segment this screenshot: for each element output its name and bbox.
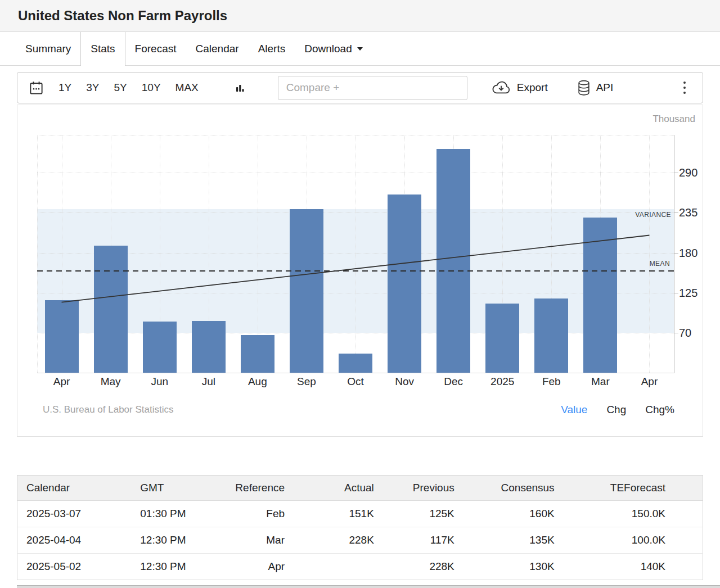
cell-previous: 117K [383, 527, 464, 554]
bar-sep [290, 209, 323, 373]
y-tick-label: 235 [679, 206, 698, 219]
chart-mode-links: ValueChgChg% [561, 404, 674, 416]
table-header-row: CalendarGMTReferenceActualPreviousConsen… [17, 476, 703, 501]
axis-tick [674, 212, 678, 213]
chart-plot-area: VARIANCEMEAN [37, 135, 674, 373]
bar-may [94, 246, 128, 373]
x-label-2025: 2025 [478, 376, 527, 388]
page-title: United States Non Farm Payrolls [18, 8, 227, 24]
mean-label: MEAN [650, 260, 670, 268]
cell-reference: Feb [202, 501, 294, 527]
tab-calendar[interactable]: Calendar [186, 32, 249, 66]
export-button[interactable]: Export [491, 81, 548, 95]
table-row: 2025-05-0212:30 PMApr228K130K140K [17, 554, 703, 580]
x-label-may: May [86, 376, 135, 388]
x-label-sep: Sep [282, 376, 331, 388]
tab-download[interactable]: Download [295, 32, 372, 66]
bar-oct [339, 354, 372, 373]
bar-jun [143, 322, 177, 373]
tab-bar: SummaryStatsForecastCalendarAlertsDownlo… [0, 32, 720, 66]
column-header-consensus: Consensus [464, 476, 564, 501]
page-header: United States Non Farm Payrolls [0, 0, 720, 32]
x-label-oct: Oct [331, 376, 380, 388]
cell-calendar: 2025-04-04 [17, 527, 132, 554]
table-row: 2025-04-0412:30 PMMar228K117K135K100.0K [17, 527, 703, 554]
api-button[interactable]: API [577, 80, 614, 96]
compare-input[interactable] [278, 76, 467, 100]
y-tick-label: 125 [679, 286, 698, 299]
x-label-dec: Dec [429, 376, 478, 388]
axis-tick [674, 293, 678, 293]
cell-actual [294, 554, 383, 580]
cell-actual: 228K [294, 527, 383, 554]
release-calendar-table: CalendarGMTReferenceActualPreviousConsen… [17, 475, 703, 580]
x-label-apr: Apr [625, 376, 674, 388]
tab-summary[interactable]: Summary [16, 32, 80, 66]
x-label-aug: Aug [233, 376, 282, 388]
column-header-reference: Reference [202, 476, 294, 501]
column-header-actual: Actual [294, 476, 383, 501]
x-label-feb: Feb [527, 376, 576, 388]
cell-previous: 125K [383, 501, 464, 527]
chevron-down-icon [357, 47, 363, 51]
bar-apr [45, 300, 79, 373]
database-icon [577, 80, 591, 96]
tab-bar-filler [372, 32, 720, 66]
axis-tick [674, 333, 678, 333]
bar-chart-icon[interactable] [235, 83, 245, 93]
y-tick-label: 290 [679, 166, 698, 179]
column-header-calendar: Calendar [17, 476, 132, 501]
axis-tick [674, 173, 678, 173]
table-row: 2025-03-0701:30 PMFeb151K125K160K150.0K [17, 501, 703, 527]
cell-calendar: 2025-03-07 [17, 501, 132, 527]
cell-teforecast: 150.0K [564, 501, 703, 527]
tab-alerts[interactable]: Alerts [249, 32, 295, 66]
column-header-gmt: GMT [131, 476, 202, 501]
x-label-nov: Nov [380, 376, 429, 388]
cell-teforecast: 100.0K [564, 527, 703, 554]
x-label-jun: Jun [135, 376, 184, 388]
cell-gmt: 12:30 PM [131, 554, 202, 580]
bar-dec [436, 149, 470, 373]
mode-link-value[interactable]: Value [561, 404, 587, 416]
column-header-previous: Previous [383, 476, 464, 501]
range-button-3y[interactable]: 3Y [86, 82, 99, 94]
mode-link-chgpct[interactable]: Chg% [645, 404, 674, 416]
cell-calendar: 2025-05-02 [17, 554, 132, 580]
y-tick-label: 180 [679, 246, 698, 259]
range-button-max[interactable]: MAX [176, 82, 199, 94]
cell-actual: 151K [294, 501, 383, 527]
x-label-mar: Mar [576, 376, 625, 388]
kebab-menu-icon[interactable] [681, 79, 688, 96]
cell-reference: Apr [202, 554, 294, 580]
cell-reference: Mar [202, 527, 294, 554]
y-tick-label: 70 [679, 326, 691, 339]
cell-consensus: 160K [464, 501, 564, 527]
cell-gmt: 12:30 PM [131, 527, 202, 554]
range-button-10y[interactable]: 10Y [142, 82, 161, 94]
tab-forecast[interactable]: Forecast [125, 32, 186, 66]
x-axis-labels: AprMayJunJulAugSepOctNovDec2025FebMarApr [37, 376, 674, 388]
source-attribution: U.S. Bureau of Labor Statistics [43, 404, 173, 415]
tab-bar-left-spacer [0, 32, 16, 66]
bar-aug [241, 335, 274, 373]
tab-stats[interactable]: Stats [80, 32, 125, 66]
cell-consensus: 135K [464, 527, 564, 554]
chart-toolbar: 1Y3Y5Y10YMAX Export A [17, 72, 703, 103]
bar-nov [388, 195, 421, 373]
cell-teforecast: 140K [564, 554, 703, 580]
cell-consensus: 130K [464, 554, 564, 580]
mode-link-chg[interactable]: Chg [606, 404, 626, 416]
bar-feb [534, 298, 568, 373]
variance-label: VARIANCE [635, 211, 671, 219]
range-button-1y[interactable]: 1Y [58, 82, 71, 94]
axis-unit-label: Thousand [652, 114, 695, 125]
chart-card: Thousand VARIANCEMEAN AprMayJunJulAugSep… [17, 105, 703, 437]
calendar-icon[interactable] [29, 80, 44, 96]
range-button-5y[interactable]: 5Y [114, 82, 127, 94]
chart-footer: U.S. Bureau of Labor Statistics ValueChg… [43, 404, 674, 416]
bar-2025 [485, 304, 519, 373]
x-label-apr: Apr [37, 376, 86, 388]
cell-previous: 228K [383, 554, 464, 580]
axis-tick [674, 253, 678, 254]
